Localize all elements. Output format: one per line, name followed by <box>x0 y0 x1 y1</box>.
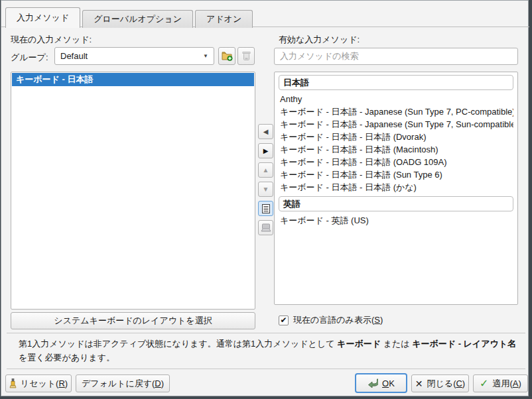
right-arrow-icon: ▶ <box>263 148 269 154</box>
tab-label: 入力メソッド <box>17 12 69 24</box>
down-arrow-icon: ▼ <box>263 186 269 193</box>
reset-button[interactable]: リセット(R) <box>5 374 72 392</box>
close-x-icon: ✕ <box>415 378 423 389</box>
available-input-methods-list[interactable]: 日本語 Anthy キーボード - 日本語 - Japanese (Sun Ty… <box>274 72 518 305</box>
tab-global-options[interactable]: グローバルオプション <box>82 10 193 28</box>
current-input-methods-list[interactable]: キーボード - 日本語 <box>11 72 255 310</box>
button-label: リセット(R) <box>21 378 68 390</box>
checkbox-check-icon: ✔ <box>279 315 289 325</box>
restore-defaults-button[interactable]: デフォルトに戻す(D) <box>76 374 170 392</box>
select-system-keyboard-layout-button[interactable]: システムキーボードのレイアウトを選択 <box>11 312 255 329</box>
group-label: グループ: <box>11 52 48 64</box>
group-combobox[interactable]: Default ▼ <box>54 47 214 65</box>
close-button[interactable]: ✕ 閉じる(C) <box>411 374 469 392</box>
language-group-header[interactable]: 日本語 <box>279 75 513 90</box>
ok-button[interactable]: OK <box>355 373 407 393</box>
tab-addons[interactable]: アドオン <box>195 10 253 28</box>
tab-bar: 入力メソッド グローバルオプション アドオン <box>5 7 253 28</box>
available-input-methods-label: 有効な入力メソッド: <box>279 34 360 46</box>
button-label: デフォルトに戻す(D) <box>82 378 164 390</box>
group-combobox-value: Default <box>60 51 88 61</box>
apply-button[interactable]: ✓ 適用(A) <box>473 374 528 392</box>
keyboard-layout-button[interactable] <box>258 220 273 235</box>
search-placeholder: 入力メソッドの検索 <box>280 50 359 62</box>
button-label: 適用(A) <box>493 378 521 390</box>
tab-label: グローバルオプション <box>94 13 182 25</box>
search-input[interactable]: 入力メソッドの検索 <box>274 48 518 65</box>
current-input-method-label: 現在の入力メソッド: <box>11 34 92 46</box>
separator <box>7 369 525 369</box>
up-arrow-icon: ▲ <box>263 167 269 174</box>
keyboard-icon <box>261 223 271 232</box>
list-item[interactable]: キーボード - 日本語 - Japanese (Sun Type 7, PC-c… <box>279 105 513 118</box>
apply-check-icon: ✓ <box>480 377 488 390</box>
checkbox-label: 現在の言語のみ表示(S) <box>293 314 383 326</box>
list-item[interactable]: Anthy <box>279 93 513 105</box>
ok-arrow-icon <box>367 378 378 388</box>
tab-input-method[interactable]: 入力メソッド <box>5 7 80 28</box>
list-item[interactable]: キーボード - 日本語 - Japanese (Sun Type 7, Sun-… <box>279 118 513 131</box>
trash-icon <box>242 51 251 61</box>
button-label: OK <box>382 378 395 388</box>
list-item-selected[interactable]: キーボード - 日本語 <box>12 73 254 86</box>
left-arrow-icon: ◀ <box>263 129 269 135</box>
properties-icon <box>262 204 270 213</box>
list-item[interactable]: キーボード - 日本語 - 日本語 (Macintosh) <box>279 143 513 156</box>
list-item[interactable]: キーボード - 日本語 - 日本語 (かな) <box>279 181 513 194</box>
properties-button[interactable] <box>258 201 273 216</box>
add-group-button[interactable] <box>218 47 235 65</box>
list-item[interactable]: キーボード - 日本語 - 日本語 (Sun Type 6) <box>279 168 513 181</box>
button-label: システムキーボードのレイアウトを選択 <box>54 315 212 327</box>
list-item[interactable]: キーボード - 日本語 - 日本語 (Dvorak) <box>279 131 513 143</box>
folder-add-icon <box>222 51 233 61</box>
separator <box>7 333 525 333</box>
move-down-button[interactable]: ▼ <box>258 182 273 197</box>
list-item[interactable]: キーボード - 英語 (US) <box>279 214 513 227</box>
info-message: 第1入力メソッドは非アクティブ状態になります。通常は第1入力メソッドとして キー… <box>19 337 517 365</box>
brush-icon <box>9 378 17 388</box>
move-left-button[interactable]: ◀ <box>258 124 273 139</box>
move-right-button[interactable]: ▶ <box>258 143 273 158</box>
list-item[interactable]: キーボード - 日本語 - 日本語 (OADG 109A) <box>279 156 513 168</box>
delete-group-button[interactable] <box>237 47 255 65</box>
language-group-header[interactable]: 英語 <box>279 196 513 211</box>
tab-label: アドオン <box>206 13 241 25</box>
chevron-down-icon: ▼ <box>203 53 208 59</box>
show-current-language-checkbox[interactable]: ✔ 現在の言語のみ表示(S) <box>279 314 383 326</box>
button-label: 閉じる(C) <box>427 378 466 390</box>
move-up-button[interactable]: ▲ <box>258 162 273 178</box>
